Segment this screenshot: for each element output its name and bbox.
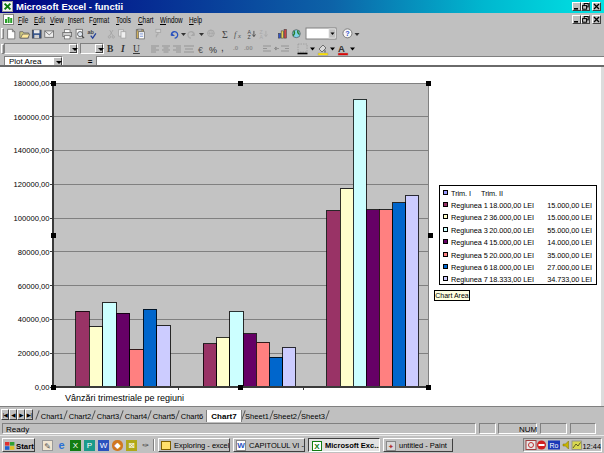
svg-text:0,00: 0,00: [35, 383, 50, 392]
svg-text:180000,00: 180000,00: [14, 79, 50, 88]
svg-text:12:44: 12:44: [583, 442, 602, 451]
svg-text:?: ?: [345, 29, 349, 38]
svg-text:Vânzări trimestriale pe regiun: Vânzări trimestriale pe regiuni: [65, 393, 184, 403]
svg-text:60000,00: 60000,00: [18, 282, 50, 291]
svg-text:100000,00: 100000,00: [14, 214, 50, 223]
svg-text:,: ,: [221, 42, 224, 53]
svg-text:140000,00: 140000,00: [14, 146, 50, 155]
svg-text:U: U: [133, 44, 140, 54]
svg-text:I: I: [120, 44, 125, 54]
svg-text:20000,00: 20000,00: [18, 349, 50, 358]
svg-text:%: %: [209, 45, 217, 55]
svg-text:A: A: [338, 43, 345, 54]
svg-text:Z: Z: [248, 34, 251, 40]
svg-text:ab: ab: [88, 29, 95, 35]
svg-text:Ro: Ro: [550, 442, 559, 449]
svg-text:A: A: [260, 34, 264, 40]
svg-text:B: B: [107, 44, 114, 54]
svg-text:160000,00: 160000,00: [14, 113, 50, 122]
svg-text:80000,00: 80000,00: [18, 248, 50, 257]
svg-text:120000,00: 120000,00: [14, 180, 50, 189]
svg-text:Σ: Σ: [222, 29, 228, 40]
svg-text:x: x: [237, 32, 241, 39]
svg-text:.0: .0: [233, 44, 239, 51]
svg-text:40000,00: 40000,00: [18, 315, 50, 324]
svg-text:.00: .00: [244, 44, 253, 51]
svg-text:€: €: [198, 45, 203, 55]
